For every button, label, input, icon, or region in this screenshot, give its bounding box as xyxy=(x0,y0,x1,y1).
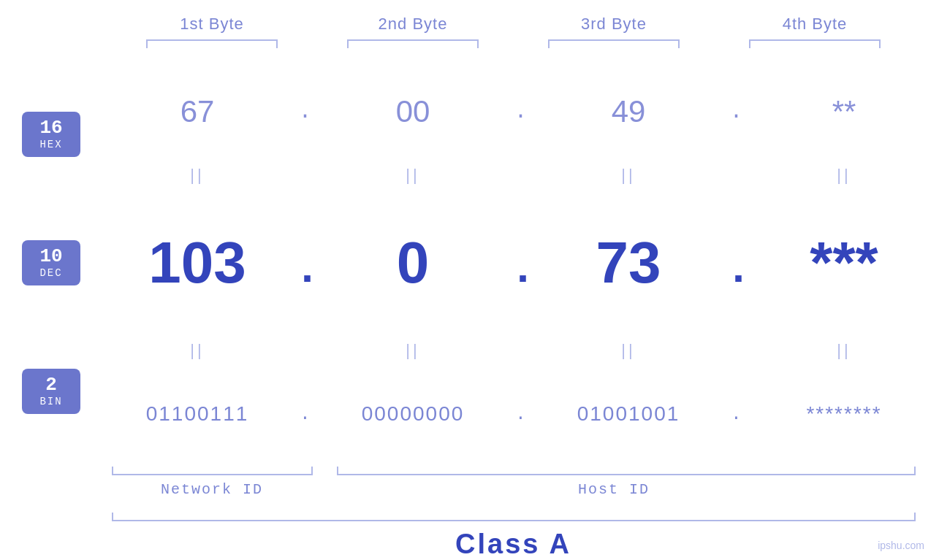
eq-2-4: || xyxy=(837,341,851,360)
class-bracket xyxy=(112,513,916,521)
bin-name: BIN xyxy=(39,396,62,407)
dot-bin-2: . xyxy=(510,404,532,424)
eq-1-4: || xyxy=(837,166,851,185)
class-line-area: Class A xyxy=(112,513,916,560)
byte-label-1: 1st Byte xyxy=(112,15,313,34)
net-bracket xyxy=(112,467,313,475)
data-rows-col: 67 . 00 . 49 . ** || || || || 103 xyxy=(102,63,939,463)
host-id-label: Host ID xyxy=(313,481,916,498)
eq-2-1: || xyxy=(190,341,204,360)
dec-val-3: 73 xyxy=(596,229,661,296)
hex-num: 16 xyxy=(32,118,70,139)
dec-val-4: *** xyxy=(810,229,878,296)
dot-bin-1: . xyxy=(294,404,316,424)
byte-label-2: 2nd Byte xyxy=(313,15,514,34)
hex-row: 67 . 00 . 49 . ** xyxy=(102,63,939,161)
byte-label-3: 3rd Byte xyxy=(514,15,715,34)
eq-1-1: || xyxy=(190,166,204,185)
hex-val-4: ** xyxy=(832,94,856,129)
bottom-bracket-area: Network ID Host ID xyxy=(112,467,916,498)
dec-num: 10 xyxy=(32,246,70,267)
dec-row: 103 . 0 . 73 . *** xyxy=(102,190,939,337)
bottom-brackets xyxy=(112,467,916,475)
dot-dec-2: . xyxy=(510,245,532,295)
bin-badge: 2 BIN xyxy=(22,369,80,415)
eq-2-2: || xyxy=(406,341,419,360)
hex-name: HEX xyxy=(39,139,62,150)
dec-val-2: 0 xyxy=(397,229,430,296)
hex-val-1: 67 xyxy=(180,94,215,129)
base-labels-col: 16 HEX 10 DEC 2 BIN xyxy=(0,63,102,463)
host-bracket xyxy=(337,467,916,475)
bin-val-3: 01001001 xyxy=(577,402,680,426)
class-label: Class A xyxy=(112,529,916,560)
dot-hex-3: . xyxy=(726,99,748,124)
hex-badge: 16 HEX xyxy=(22,112,80,158)
rows-wrapper: 16 HEX 10 DEC 2 BIN 67 . 00 . 49 . ** xyxy=(0,63,939,463)
bin-row: 01100111 . 00000000 . 01001001 . *******… xyxy=(102,365,939,463)
bin-val-1: 01100111 xyxy=(146,402,249,426)
dec-val-1: 103 xyxy=(148,229,246,296)
dot-bin-3: . xyxy=(726,404,748,424)
dec-badge: 10 DEC xyxy=(22,240,80,286)
sep-row-1: || || || || xyxy=(102,161,939,190)
bin-val-4: ******** xyxy=(806,402,881,426)
bin-num: 2 xyxy=(32,375,70,396)
hex-val-2: 00 xyxy=(396,94,430,129)
network-id-label: Network ID xyxy=(112,481,313,498)
eq-2-3: || xyxy=(621,341,635,360)
eq-1-2: || xyxy=(406,166,419,185)
hex-val-3: 49 xyxy=(612,94,646,129)
sep-row-2: || || || || xyxy=(102,336,939,365)
bracket-labels: Network ID Host ID xyxy=(112,481,916,498)
watermark: ipshu.com xyxy=(878,540,924,551)
dot-hex-2: . xyxy=(510,99,532,124)
dec-name: DEC xyxy=(39,267,62,279)
top-brackets xyxy=(112,39,916,48)
byte-label-4: 4th Byte xyxy=(715,15,916,34)
dot-hex-1: . xyxy=(294,99,316,124)
dot-dec-1: . xyxy=(294,245,316,295)
dot-dec-3: . xyxy=(726,245,748,295)
byte-headers: 1st Byte 2nd Byte 3rd Byte 4th Byte xyxy=(112,15,916,34)
bin-val-2: 00000000 xyxy=(362,402,465,426)
eq-1-3: || xyxy=(621,166,635,185)
main-container: 1st Byte 2nd Byte 3rd Byte 4th Byte 16 H… xyxy=(0,0,939,560)
